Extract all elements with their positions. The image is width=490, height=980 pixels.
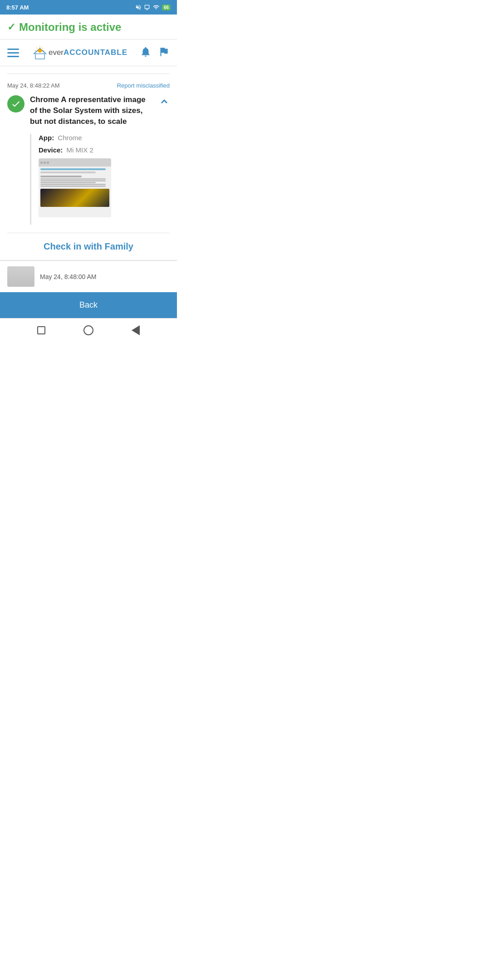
screenshot-thumbnail[interactable]: [39, 158, 111, 217]
device-detail: Device: Mi MIX 2: [39, 146, 170, 154]
back-button[interactable]: Back: [0, 292, 177, 318]
ss-solar-image: [40, 189, 109, 207]
app-label: App:: [39, 134, 54, 142]
activity-header: Chrome A representative image of the Sol…: [7, 94, 170, 127]
svg-line-3: [42, 48, 43, 48]
mute-icon: [135, 4, 142, 10]
activity-meta: May 24, 8:48:22 AM Report misclassified: [7, 82, 170, 89]
wifi-icon: [152, 4, 160, 10]
svg-line-4: [36, 48, 37, 48]
status-time: 8:57 AM: [6, 4, 29, 11]
device-value: Mi MIX 2: [67, 146, 93, 154]
ss-body: [39, 167, 111, 217]
chevron-up-button[interactable]: [159, 96, 170, 109]
checkin-link[interactable]: Check in with Family: [44, 241, 133, 251]
report-misclassified-link[interactable]: Report misclassified: [117, 82, 170, 89]
hamburger-line: [7, 49, 19, 50]
content-area: May 24, 8:48:22 AM Report misclassified …: [0, 66, 177, 292]
status-bar: 8:57 AM 66: [0, 0, 177, 15]
next-activity-thumbnail: [7, 266, 34, 287]
status-icons: 66: [135, 4, 171, 10]
app-logo: everACCOUNTABLE: [31, 44, 127, 61]
nav-recents-button[interactable]: [37, 326, 45, 334]
hamburger-line: [7, 52, 19, 54]
hamburger-button[interactable]: [7, 49, 19, 57]
logo-ever: ever: [49, 48, 64, 57]
header-actions: [140, 46, 170, 59]
activity-card: May 24, 8:48:22 AM Report misclassified …: [0, 66, 177, 233]
nav-back-button[interactable]: [132, 325, 140, 335]
svg-point-1: [38, 49, 42, 53]
nav-home-button[interactable]: [83, 325, 93, 335]
next-activity-time: May 24, 8:48:00 AM: [40, 273, 97, 280]
checkin-section: Check in with Family: [0, 233, 177, 260]
logo-accountable: ACCOUNTABLE: [64, 48, 127, 57]
activity-details: App: Chrome Device: Mi MIX 2: [30, 134, 170, 225]
bell-button[interactable]: [140, 46, 152, 59]
check-circle-icon: [7, 95, 24, 113]
device-label: Device:: [39, 146, 63, 154]
ss-header: [39, 158, 111, 167]
logo-sun-icon: [31, 44, 49, 61]
app-header: everACCOUNTABLE: [0, 39, 177, 66]
activity-timestamp: May 24, 8:48:22 AM: [7, 82, 60, 89]
app-value: Chrome: [58, 134, 82, 142]
next-activity-row[interactable]: May 24, 8:48:00 AM: [0, 260, 177, 292]
logo-text: everACCOUNTABLE: [49, 48, 127, 57]
flag-button[interactable]: [158, 46, 170, 59]
hamburger-line: [7, 56, 19, 57]
app-detail: App: Chrome: [39, 134, 170, 142]
top-divider: [7, 74, 170, 74]
battery-icon: 66: [162, 5, 171, 10]
android-nav-bar: [0, 318, 177, 342]
next-thumb-image: [7, 266, 34, 287]
monitoring-text: Monitoring is active: [19, 21, 121, 34]
activity-title: Chrome A representative image of the Sol…: [30, 94, 153, 127]
screen-icon: [144, 4, 150, 10]
monitoring-bar: ✓ Monitoring is active: [0, 15, 177, 39]
svg-rect-0: [35, 54, 44, 59]
monitoring-checkmark: ✓: [7, 21, 15, 33]
